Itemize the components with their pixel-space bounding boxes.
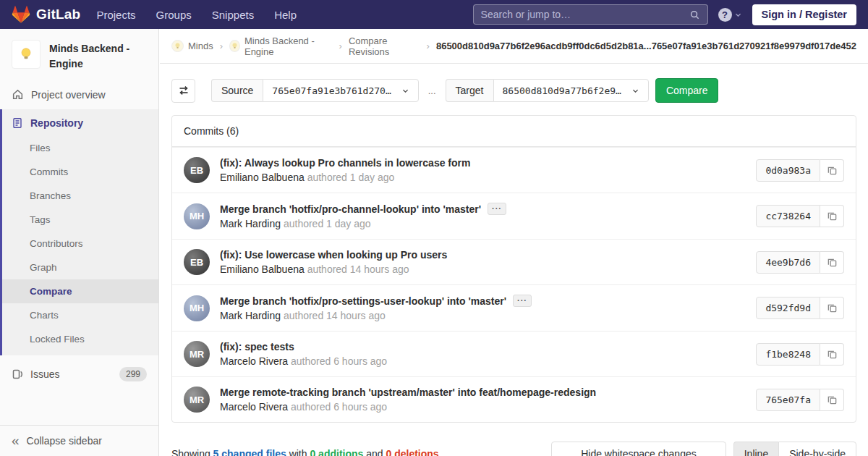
range-dots: ... (428, 85, 436, 96)
compare-button[interactable]: Compare (655, 78, 719, 103)
sidebar-item-commits[interactable]: Commits (2, 160, 158, 184)
project-name: Minds Backend - Engine (49, 40, 147, 72)
commit-author[interactable]: Marcelo Rivera (220, 355, 288, 367)
breadcrumb-group[interactable]: Minds (171, 40, 213, 52)
commit-sha[interactable]: 4ee9b7d6 (756, 251, 820, 274)
inline-view-button[interactable]: Inline (733, 442, 778, 456)
copy-sha-button[interactable] (820, 159, 844, 182)
sidebar-item-issues[interactable]: Issues 299 (0, 358, 158, 391)
commit-sha[interactable]: 0d0a983a (756, 159, 820, 182)
sidebar-item-graph[interactable]: Graph (2, 256, 158, 279)
commit-sha[interactable]: f1be8248 (756, 343, 820, 366)
nav-groups[interactable]: Groups (156, 9, 192, 21)
commit-sha[interactable]: cc738264 (756, 205, 820, 227)
nav-snippets[interactable]: Snippets (212, 9, 254, 21)
target-label: Target (446, 79, 493, 102)
breadcrumb-current-range: 86500d810d9a77b6f2e96acdb9ff0dc6d5d2b81a… (436, 41, 856, 51)
breadcrumb-separator: › (339, 41, 342, 51)
help-icon: ? (718, 8, 732, 22)
source-value: 765e07fa91e3b761d270… (272, 85, 391, 96)
help-menu[interactable]: ? (718, 8, 742, 22)
copy-icon (827, 165, 838, 176)
sidebar-item-branches[interactable]: Branches (2, 184, 158, 208)
copy-sha-button[interactable] (820, 251, 844, 274)
avatar[interactable]: MR (184, 387, 210, 413)
commit-title[interactable]: (fix): Use lowercase when looking up Pro… (220, 249, 447, 261)
commit-title[interactable]: Merge branch 'hotfix/pro-channel-lookup'… (220, 203, 481, 215)
copy-icon (827, 257, 838, 268)
commit-time: authored 6 hours ago (291, 355, 387, 367)
global-search[interactable] (473, 4, 708, 25)
chevron-down-icon (401, 87, 409, 95)
commit-author[interactable]: Emiliano Balbuena (220, 263, 305, 275)
project-context[interactable]: Minds Backend - Engine (0, 29, 158, 81)
sidebar-item-repository[interactable]: Repository (2, 109, 158, 136)
target-revision-dropdown[interactable]: 86500d810d9a77b6f2e9… (493, 79, 649, 102)
diff-view-controls: Hide whitespace changes Inline Side-by-s… (551, 442, 856, 456)
project-avatar (12, 40, 41, 69)
sidebar-item-label: Project overview (31, 89, 106, 101)
breadcrumb: Minds › Minds Backend - Engine › Compare… (160, 29, 868, 64)
commit-title[interactable]: Merge branch 'hotfix/pro-settings-user-l… (220, 295, 506, 307)
project-sidebar: Minds Backend - Engine Project overview … (0, 29, 159, 456)
sign-in-register-button[interactable]: Sign in / Register (752, 4, 856, 25)
commit-author[interactable]: Mark Harding (220, 310, 281, 321)
commit-title[interactable]: (fix): Always lookup Pro channels in low… (220, 157, 470, 169)
avatar[interactable]: MH (184, 295, 210, 321)
commits-header: Commits (6) (172, 116, 856, 147)
expand-commit-message-button[interactable]: ··· (513, 295, 532, 307)
commit-title[interactable]: Merge remote-tracking branch 'upstream/m… (220, 387, 596, 398)
and-word: and (366, 448, 383, 456)
search-input[interactable] (481, 9, 689, 20)
commit-author[interactable]: Mark Harding (220, 218, 281, 229)
top-navbar: GitLab Projects Groups Snippets Help ? S… (0, 0, 868, 29)
compare-revisions-form: Source 765e07fa91e3b761d270… ... Target … (160, 64, 868, 112)
commit-row: EB (fix): Use lowercase when looking up … (172, 239, 856, 284)
sidebar-item-locked-files[interactable]: Locked Files (2, 327, 158, 351)
side-by-side-view-button[interactable]: Side-by-side (778, 442, 856, 456)
sidebar-item-tags[interactable]: Tags (2, 208, 158, 232)
group-avatar (171, 40, 184, 52)
commit-author[interactable]: Emiliano Balbuena (220, 172, 305, 183)
issues-count-badge: 299 (119, 367, 147, 381)
deletions-count: 0 deletions (386, 448, 438, 456)
copy-sha-button[interactable] (820, 297, 844, 319)
double-chevron-left-icon: « (12, 436, 20, 446)
collapse-sidebar-button[interactable]: « Collapse sidebar (0, 425, 158, 456)
commit-title[interactable]: (fix): spec tests (220, 341, 294, 352)
changed-files-link[interactable]: 5 changed files (213, 448, 286, 456)
sidebar-item-label: Repository (30, 117, 83, 129)
expand-commit-message-button[interactable]: ··· (488, 203, 506, 215)
sidebar-item-files[interactable]: Files (2, 136, 158, 160)
nav-help[interactable]: Help (274, 9, 297, 21)
avatar[interactable]: MR (184, 341, 210, 367)
copy-sha-button[interactable] (820, 389, 844, 411)
copy-sha-button[interactable] (820, 343, 844, 366)
home-icon (12, 88, 24, 101)
avatar[interactable]: EB (184, 157, 210, 183)
breadcrumb-project[interactable]: Minds Backend - Engine (229, 35, 333, 57)
sidebar-item-project-overview[interactable]: Project overview (0, 81, 158, 108)
hide-whitespace-button[interactable]: Hide whitespace changes (551, 442, 726, 456)
swap-revisions-button[interactable] (171, 79, 195, 103)
source-revision-dropdown[interactable]: 765e07fa91e3b761d270… (263, 79, 418, 102)
sidebar-item-label: Issues (30, 368, 112, 380)
commit-sha[interactable]: 765e07fa (756, 389, 820, 411)
avatar[interactable]: EB (184, 249, 210, 275)
main-content: Minds › Minds Backend - Engine › Compare… (160, 29, 868, 456)
copy-sha-button[interactable] (820, 205, 844, 227)
breadcrumb-page[interactable]: Compare Revisions (349, 35, 420, 57)
document-icon (12, 117, 23, 129)
chevron-down-icon (631, 87, 639, 95)
breadcrumb-label: Minds Backend - Engine (244, 35, 333, 57)
sidebar-item-charts[interactable]: Charts (2, 303, 158, 327)
sidebar-item-contributors[interactable]: Contributors (2, 232, 158, 256)
repository-section: Repository Files Commits Branches Tags C… (0, 109, 158, 355)
sidebar-item-compare[interactable]: Compare (2, 279, 158, 303)
commit-author[interactable]: Marcelo Rivera (220, 401, 288, 413)
nav-projects[interactable]: Projects (96, 9, 135, 21)
issues-icon (12, 368, 23, 380)
gitlab-logo[interactable]: GitLab (12, 6, 80, 24)
avatar[interactable]: MH (184, 203, 210, 229)
commit-sha[interactable]: d592fd9d (756, 297, 820, 319)
